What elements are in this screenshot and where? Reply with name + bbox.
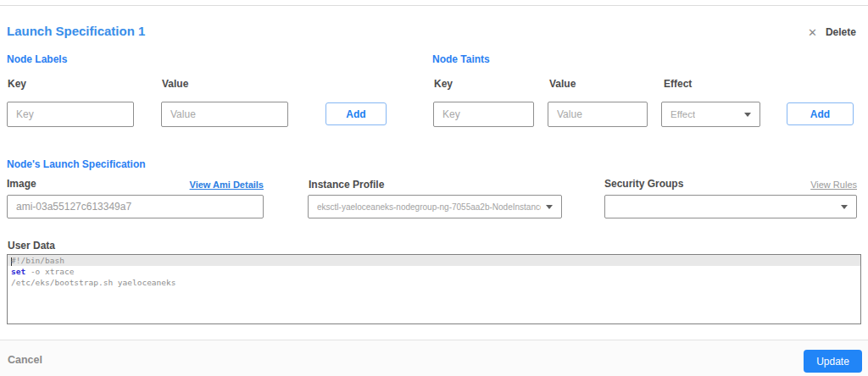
image-input[interactable] [7, 195, 264, 218]
security-groups-select[interactable] [604, 195, 857, 218]
view-ami-details-link[interactable]: View Ami Details [190, 180, 264, 190]
node-labels-add-button[interactable]: Add [326, 102, 387, 125]
node-taints-heading: Node Taints [432, 53, 490, 65]
node-taints-effect-label: Effect [664, 78, 692, 90]
node-labels-heading: Node Labels [7, 53, 67, 65]
page-title: Launch Specification 1 [7, 24, 145, 38]
close-icon: ✕ [808, 27, 817, 38]
instance-profile-label: Instance Profile [309, 179, 384, 191]
footer-bar: Cancel Update [0, 340, 868, 376]
node-taints-key-input[interactable] [433, 102, 534, 127]
user-data-label: User Data [8, 240, 55, 252]
node-labels-key-input[interactable] [7, 102, 134, 127]
view-rules-link[interactable]: View Rules [810, 180, 857, 190]
image-label: Image [7, 178, 36, 190]
node-labels-key-label: Key [8, 78, 26, 90]
chevron-down-icon [841, 205, 848, 209]
security-groups-label: Security Groups [604, 178, 683, 190]
instance-profile-select[interactable]: eksctl-yaeloceaneks-nodegroup-ng-7055aa2… [308, 195, 562, 218]
code-line: /etc/eks/bootstrap.sh yaeloceaneks [8, 277, 860, 288]
launch-spec-heading: Node's Launch Specification [7, 158, 146, 170]
node-labels-value-input[interactable] [161, 102, 288, 127]
effect-select-placeholder: Effect [670, 109, 695, 119]
instance-profile-value: eksctl-yaeloceaneks-nodegroup-ng-7055aa2… [317, 202, 541, 212]
delete-button[interactable]: ✕ Delete [808, 26, 856, 38]
cancel-button[interactable]: Cancel [8, 354, 42, 366]
code-line: #!/bin/bash [8, 255, 860, 266]
user-data-code-lines: #!/bin/bashset -o xtrace/etc/eks/bootstr… [8, 255, 860, 288]
node-taints-value-input[interactable] [548, 102, 648, 127]
security-groups-label-row: Security Groups View Rules [604, 178, 857, 190]
code-line: set -o xtrace [8, 266, 860, 277]
node-labels-value-label: Value [162, 78, 188, 90]
launch-specification-panel: Launch Specification 1 ✕ Delete Node Lab… [0, 0, 868, 376]
top-divider [0, 5, 868, 6]
node-taints-key-label: Key [434, 78, 453, 90]
chevron-down-icon [546, 205, 553, 209]
update-button[interactable]: Update [804, 350, 862, 373]
node-taints-add-button[interactable]: Add [787, 102, 854, 125]
node-taints-effect-select[interactable]: Effect [661, 102, 760, 127]
delete-button-label: Delete [826, 26, 856, 38]
image-label-row: Image View Ami Details [7, 178, 264, 190]
chevron-down-icon [744, 113, 751, 117]
user-data-editor[interactable]: #!/bin/bashset -o xtrace/etc/eks/bootstr… [7, 254, 861, 324]
node-taints-value-label: Value [549, 78, 576, 90]
